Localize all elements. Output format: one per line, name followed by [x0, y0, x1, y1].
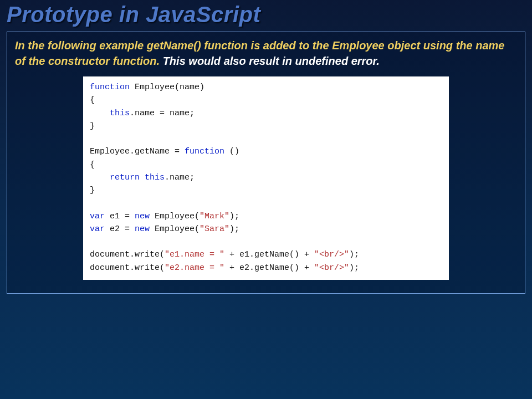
- code-string: "e2.name = ": [165, 263, 224, 273]
- code-keyword: var: [90, 224, 105, 234]
- code-text: .name = name;: [130, 109, 195, 118]
- code-text: Employee(name): [130, 83, 204, 92]
- code-string: "Mark": [200, 212, 229, 221]
- code-keyword: new: [135, 212, 150, 221]
- code-text: Employee.getName =: [90, 147, 185, 156]
- content-box: In the following example getName() funct…: [7, 32, 525, 294]
- code-string: "Sara": [200, 224, 229, 234]
- code-keyword: this: [145, 173, 165, 182]
- code-keyword: return: [110, 173, 140, 182]
- code-text: [90, 173, 110, 182]
- code-text: + e2.getName() +: [224, 263, 314, 273]
- code-string: "<br/>": [314, 250, 349, 259]
- code-text: document.write(: [90, 250, 165, 259]
- code-text: [140, 173, 145, 182]
- code-text: e2 =: [105, 224, 135, 234]
- code-text: }: [90, 186, 95, 195]
- code-keyword: this: [110, 109, 130, 118]
- code-sample: function Employee(name) { this.name = na…: [83, 76, 449, 280]
- code-text: + e1.getName() +: [224, 250, 314, 259]
- code-keyword: new: [135, 224, 150, 234]
- code-text: e1 =: [105, 212, 135, 221]
- code-text: Employee(: [150, 212, 200, 221]
- code-text: );: [349, 263, 359, 273]
- code-text: {: [90, 95, 95, 105]
- code-text: }: [90, 121, 95, 131]
- slide-title: Prototype in JavaScript: [0, 0, 532, 32]
- explanation-text: In the following example getName() funct…: [15, 38, 517, 69]
- code-keyword: function: [90, 83, 130, 92]
- code-string: "e1.name = ": [165, 250, 224, 259]
- code-keyword: var: [90, 212, 105, 221]
- code-text: );: [349, 250, 359, 259]
- code-text: );: [229, 212, 239, 221]
- code-text: Employee(: [150, 224, 200, 234]
- code-text: (): [224, 147, 239, 156]
- code-text: );: [229, 224, 239, 234]
- code-text: {: [90, 160, 95, 170]
- code-text: document.write(: [90, 263, 165, 273]
- code-string: "<br/>": [314, 263, 349, 273]
- code-keyword: function: [185, 147, 224, 156]
- code-text: [90, 109, 110, 118]
- code-text: .name;: [165, 173, 195, 182]
- explanation-plain: This would also result in undefined erro…: [160, 55, 380, 67]
